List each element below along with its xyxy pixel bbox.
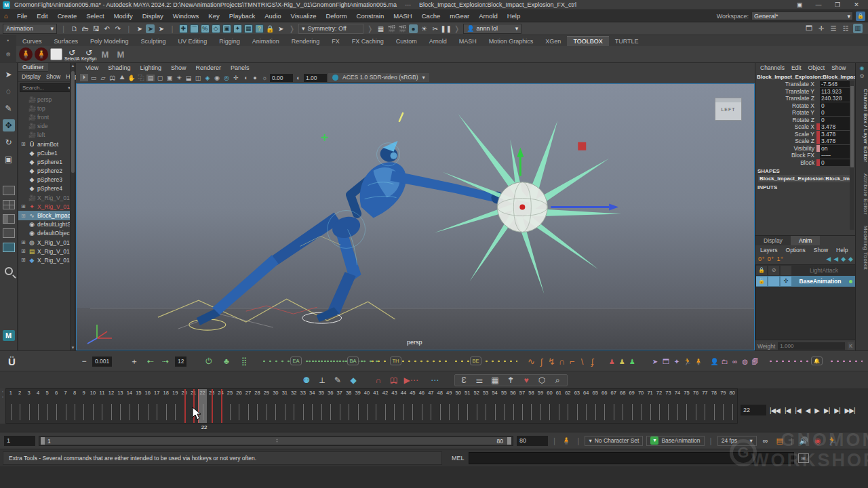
frame-number[interactable]: 73 — [664, 390, 673, 399]
frame-tick[interactable] — [527, 401, 536, 423]
pose-yellow-icon[interactable]: ♟ — [617, 358, 627, 365]
maya-toolbox-logo[interactable]: M — [3, 330, 15, 341]
step-forward-frame-button[interactable]: ▶| — [833, 407, 841, 414]
select-component-button[interactable]: ➤ — [157, 24, 165, 33]
frame-tick[interactable] — [536, 401, 545, 423]
shelf-tab-fx-caching[interactable]: FX Caching — [346, 37, 390, 46]
channel-value-field[interactable]: ----- — [820, 152, 850, 159]
outliner-item-psphere3[interactable]: ◆pSphere3 — [18, 176, 75, 184]
menu-edit[interactable]: Edit — [32, 12, 52, 20]
lighting-icon[interactable]: ☀ — [175, 75, 183, 81]
channel-row-block-fx[interactable]: Block FX----- — [755, 152, 850, 159]
frame-number[interactable]: 65 — [591, 390, 599, 399]
folder-icon[interactable]: 🗀 — [719, 358, 730, 365]
layer-lock-icon[interactable]: 🔓 — [756, 277, 767, 286]
tangent-flat-icon[interactable]: ∩ — [557, 357, 567, 367]
frame-tick[interactable] — [344, 401, 353, 423]
select-object-button[interactable]: ➤ — [146, 24, 155, 33]
frame-tick[interactable] — [591, 401, 599, 423]
go-to-end-button[interactable]: ▶▶| — [844, 407, 856, 414]
frame-number[interactable]: 64 — [582, 390, 591, 399]
channel-value-field[interactable]: -7.548 — [820, 81, 850, 87]
scene-view[interactable]: LEFT persp — [76, 83, 755, 350]
isolate-select-icon[interactable]: ✛ — [232, 75, 240, 81]
play-backwards-button[interactable]: ◀ — [804, 407, 812, 414]
frame-tick[interactable] — [43, 401, 52, 423]
layer-menu-options[interactable]: Options — [783, 247, 809, 253]
shelf-tab-mash[interactable]: MASH — [453, 37, 483, 46]
snap-view-button[interactable]: ▣ — [222, 24, 231, 33]
frame-number[interactable]: 75 — [682, 390, 691, 399]
zero-key-layer-button[interactable]: ◆ — [841, 256, 846, 262]
frame-tick[interactable] — [435, 401, 444, 423]
frame-tick[interactable] — [317, 401, 326, 423]
marquee-icon[interactable]: 🗖 — [660, 358, 671, 365]
shelf-tab-fx[interactable]: FX — [326, 37, 346, 46]
layout-four-pane-button[interactable] — [3, 200, 15, 209]
curve-red-icon[interactable]: ∩ — [373, 375, 384, 385]
frame-tick[interactable] — [499, 401, 508, 423]
frame-tick[interactable] — [225, 401, 234, 423]
menu-key[interactable]: Key — [203, 12, 224, 20]
wireframe-icon[interactable]: ▤ — [146, 75, 155, 81]
select-camera-icon[interactable]: 🞂 — [80, 74, 88, 81]
create-empty-layer-button[interactable]: 0⁺ — [758, 256, 765, 262]
frame-number[interactable]: 1 — [6, 390, 15, 399]
frame-tick[interactable] — [564, 401, 572, 423]
frame-tick[interactable] — [243, 401, 252, 423]
textured-icon[interactable]: ▣ — [165, 75, 174, 81]
channel-row-scale-z[interactable]: Scale Z3.478 — [755, 138, 850, 145]
redo-button[interactable]: ↷ — [113, 24, 122, 33]
pin-icon[interactable]: ◉ — [860, 65, 865, 71]
weight-field[interactable]: 1.000 — [778, 342, 845, 350]
frame-number[interactable]: 61 — [554, 390, 563, 399]
pose-green-icon[interactable]: ♟ — [627, 358, 637, 365]
frame-tick[interactable] — [719, 401, 728, 423]
frame-number[interactable]: 30 — [271, 390, 280, 399]
frame-tick[interactable] — [691, 401, 700, 423]
animbot-keyline-pink-2[interactable] — [829, 358, 863, 365]
frame-tick[interactable] — [235, 401, 243, 423]
expand-toggle-icon[interactable]: ⊞ — [21, 213, 26, 219]
frame-tick[interactable] — [372, 401, 380, 423]
outliner-item-defaultobjec-[interactable]: ◉defaultObjec... — [18, 229, 75, 238]
pose-tool-icon[interactable]: 🕈 — [505, 375, 517, 385]
highlight-selection-icon[interactable]: ➤ — [277, 24, 285, 33]
frame-number[interactable]: 63 — [572, 390, 581, 399]
range-middle-handle[interactable] — [276, 439, 278, 443]
cut-icon[interactable]: ✂ — [431, 24, 439, 33]
outliner-item-pcube1[interactable]: ◆pCube1 — [18, 148, 75, 157]
frame-number[interactable]: 12 — [106, 390, 115, 399]
snap-projected-button[interactable]: ◇ — [212, 24, 220, 33]
frame-number[interactable]: 6 — [52, 390, 60, 399]
frame-number[interactable]: 27 — [243, 390, 252, 399]
outliner-item-x-rig-v-01-[interactable]: 🎥X_Rig_V_01:... — [18, 193, 75, 202]
frame-tick[interactable] — [582, 401, 591, 423]
shelf-tab-curves[interactable]: Curves — [16, 37, 48, 46]
step-back-key-button[interactable]: |◀ — [793, 407, 802, 414]
oversan-icon[interactable]: ⿻ — [137, 73, 145, 82]
depth-of-field-icon[interactable]: ◎ — [222, 75, 231, 81]
animbot-keyline-pink-1[interactable] — [768, 358, 808, 365]
frame-tick[interactable] — [646, 401, 654, 423]
shelf-tab-rigging[interactable]: Rigging — [213, 37, 246, 46]
layer-solo-icon[interactable]: ✣ — [781, 277, 791, 286]
quick-select-field[interactable]: 👤 annn lol ▾ — [463, 24, 521, 34]
frame-tick[interactable] — [262, 401, 271, 423]
heart-icon[interactable]: ♥ — [521, 375, 532, 385]
modeling-toolkit-toggle[interactable]: 🗔 — [804, 24, 814, 33]
animbot-power-button[interactable]: ⏻ — [203, 351, 214, 371]
shape-node-name[interactable]: Block_Impact_Explosion:Block_Impact_E... — [758, 175, 850, 182]
frame-number[interactable]: 36 — [326, 390, 334, 399]
shelf-duplicate-button[interactable] — [50, 48, 62, 60]
lasso-tool-button[interactable]: ◌ — [3, 85, 15, 98]
frame-number[interactable]: 5 — [43, 390, 52, 399]
channel-row-translate-x[interactable]: Translate X-7.548 — [755, 81, 850, 88]
menu-deform[interactable]: Deform — [321, 12, 351, 20]
frame-tick[interactable] — [380, 401, 389, 423]
frame-number[interactable]: 37 — [335, 390, 344, 399]
frame-tick[interactable] — [481, 401, 490, 423]
current-frame-field[interactable]: 22 — [741, 405, 766, 415]
outliner-item-side[interactable]: 🎥side — [18, 122, 75, 131]
shelf-mash2-button[interactable]: M — [114, 49, 127, 60]
